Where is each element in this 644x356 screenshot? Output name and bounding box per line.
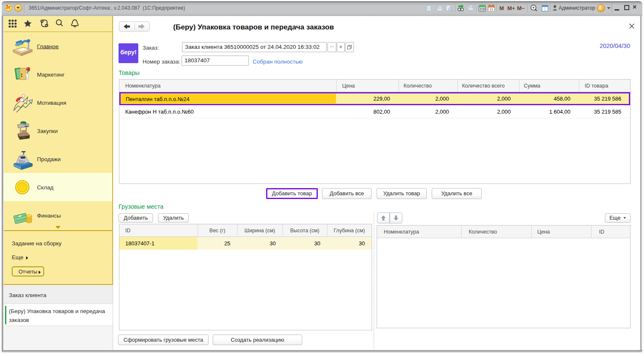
svg-text:M−: M− — [517, 5, 525, 11]
svg-text:M: M — [499, 5, 504, 11]
svg-text:31: 31 — [490, 8, 494, 11]
svg-text:M+: M+ — [507, 5, 515, 11]
